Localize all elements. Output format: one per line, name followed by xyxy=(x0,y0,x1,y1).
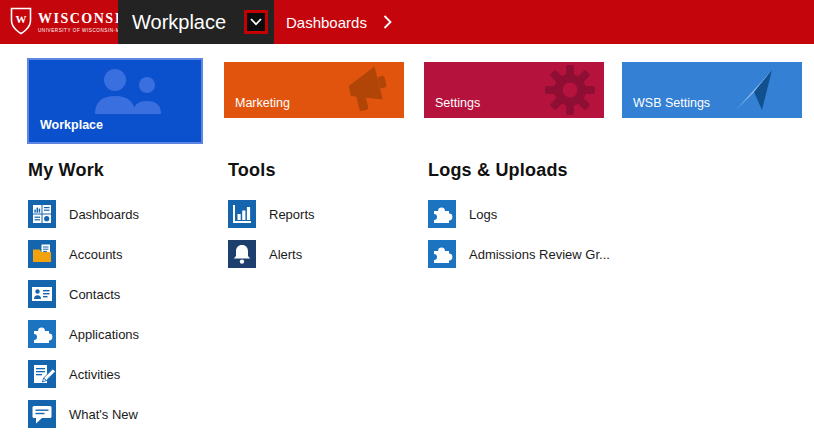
menu-item-label: Contacts xyxy=(69,287,120,302)
section-logs-uploads: Logs & Uploads Logs xyxy=(428,160,698,274)
tile-label: Workplace xyxy=(40,118,103,132)
menu-item-admissions-review[interactable]: Admissions Review Gr... xyxy=(428,234,698,274)
menu-item-dashboards[interactable]: Dashboards xyxy=(28,194,218,234)
speech-bubble-icon xyxy=(28,400,56,428)
menu-item-label: Admissions Review Gr... xyxy=(469,247,610,262)
crm-workplace-screen: W WISCONSIN UNIVERSITY OF WISCONSIN-MADI… xyxy=(0,0,814,442)
puzzle-icon xyxy=(428,240,456,268)
gear-icon xyxy=(544,64,596,118)
puzzle-icon xyxy=(28,320,56,348)
menu-item-label: Accounts xyxy=(69,247,122,262)
section-title: Tools xyxy=(228,160,418,181)
tile-label: Marketing xyxy=(235,96,290,110)
tile-label: Settings xyxy=(435,96,480,110)
clipboard-pencil-icon xyxy=(28,360,56,388)
menu-item-label: What's New xyxy=(69,407,138,422)
bell-icon xyxy=(228,240,256,268)
nav-dropdown-button[interactable] xyxy=(244,10,268,34)
tile-label: WSB Settings xyxy=(633,96,710,110)
tile-workplace[interactable]: Workplace xyxy=(27,58,203,144)
bar-chart-icon xyxy=(228,200,256,228)
menu-item-label: Activities xyxy=(69,367,120,382)
nav-current-area[interactable]: Workplace xyxy=(118,0,274,44)
section-title: Logs & Uploads xyxy=(428,160,698,181)
megaphone-icon xyxy=(340,66,394,118)
tile-marketing[interactable]: Marketing xyxy=(224,62,404,118)
people-icon xyxy=(81,68,177,118)
contact-card-icon xyxy=(28,280,56,308)
breadcrumb-label[interactable]: Dashboards xyxy=(286,14,367,31)
chevron-down-icon xyxy=(250,18,262,26)
menu-item-label: Dashboards xyxy=(69,207,139,222)
menu-item-label: Logs xyxy=(469,207,497,222)
wisconsin-crest-icon: W xyxy=(10,7,32,39)
paper-plane-icon xyxy=(732,68,776,116)
menu-item-accounts[interactable]: Accounts xyxy=(28,234,218,274)
tile-wsb-settings[interactable]: WSB Settings xyxy=(622,62,802,118)
menu-item-label: Reports xyxy=(269,207,315,222)
menu-item-label: Applications xyxy=(69,327,139,342)
chevron-right-icon xyxy=(383,15,392,29)
breadcrumb[interactable]: Dashboards xyxy=(286,0,392,44)
dashboards-grid-icon xyxy=(28,200,56,228)
menu-item-applications[interactable]: Applications xyxy=(28,314,218,354)
section-my-work: My Work xyxy=(28,160,218,434)
svg-text:W: W xyxy=(16,13,27,25)
nav-area-title[interactable]: Workplace xyxy=(132,11,226,34)
menu-item-contacts[interactable]: Contacts xyxy=(28,274,218,314)
menu-item-activities[interactable]: Activities xyxy=(28,354,218,394)
puzzle-icon xyxy=(428,200,456,228)
menu-item-label: Alerts xyxy=(269,247,302,262)
top-nav-bar: W WISCONSIN UNIVERSITY OF WISCONSIN-MADI… xyxy=(0,0,814,44)
menu-item-alerts[interactable]: Alerts xyxy=(228,234,418,274)
tile-settings[interactable]: Settings xyxy=(424,62,604,118)
menu-item-whats-new[interactable]: What's New xyxy=(28,394,218,434)
folder-icon xyxy=(28,240,56,268)
section-title: My Work xyxy=(28,160,218,181)
menu-item-reports[interactable]: Reports xyxy=(228,194,418,234)
section-tools: Tools Reports xyxy=(228,160,418,274)
menu-item-logs[interactable]: Logs xyxy=(428,194,698,234)
